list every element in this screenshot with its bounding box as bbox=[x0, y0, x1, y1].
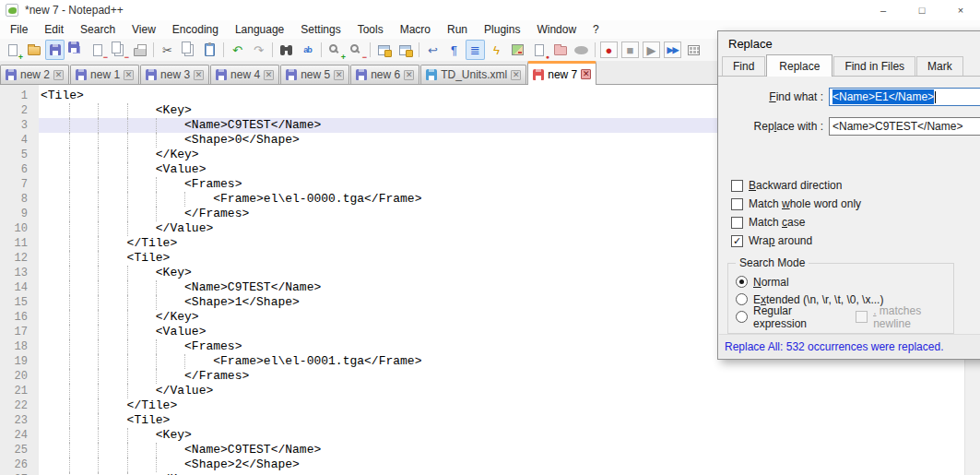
tab-close-icon[interactable]: ✕ bbox=[124, 70, 134, 80]
paste-button[interactable] bbox=[200, 40, 219, 60]
word-wrap-button[interactable]: ↩ bbox=[423, 40, 443, 60]
menu-item-window[interactable]: Window bbox=[528, 21, 584, 38]
macro-record-button[interactable]: ● bbox=[599, 40, 619, 60]
macro-stop-button[interactable]: ■ bbox=[620, 40, 640, 60]
radio-normal[interactable]: Normal bbox=[736, 273, 953, 291]
line-number-gutter[interactable]: 1234567891011121314151617181920212223242… bbox=[0, 85, 39, 475]
tab-new-4[interactable]: new 4✕ bbox=[210, 65, 279, 84]
show-indent-guide-button[interactable]: ≣ bbox=[466, 40, 485, 60]
tab-close-icon[interactable]: ✕ bbox=[194, 70, 204, 80]
macro-stop-icon: ■ bbox=[621, 42, 639, 58]
zoom-out-button[interactable]: − bbox=[347, 40, 366, 60]
close-file-button[interactable]: − bbox=[88, 40, 107, 60]
tab-new-5[interactable]: new 5✕ bbox=[280, 65, 349, 84]
tab-close-icon[interactable]: ✕ bbox=[404, 70, 414, 80]
dialog-tab-find[interactable]: Find bbox=[722, 56, 765, 76]
checkbox-match-whole-word-only[interactable]: Match whole word only bbox=[731, 195, 980, 213]
menu-item-macro[interactable]: Macro bbox=[392, 21, 439, 38]
indent-guide bbox=[98, 207, 99, 221]
indent-guide bbox=[69, 354, 70, 369]
indent-guide bbox=[184, 354, 185, 369]
tab-new-7[interactable]: new 7✕ bbox=[527, 61, 596, 85]
tab-save-state-icon bbox=[216, 69, 227, 80]
tab-new-3[interactable]: new 3✕ bbox=[140, 65, 209, 84]
dialog-tab-replace[interactable]: Replace bbox=[766, 54, 832, 77]
undo-button[interactable]: ↶ bbox=[228, 40, 247, 60]
menu-item-view[interactable]: View bbox=[124, 21, 164, 38]
line-number: 11 bbox=[0, 236, 39, 251]
menu-item-file[interactable]: File bbox=[2, 21, 36, 38]
indent-guide bbox=[69, 295, 70, 310]
tab-close-icon[interactable]: ✕ bbox=[511, 70, 521, 80]
folder-as-workspace-button[interactable] bbox=[550, 40, 570, 60]
indent-guide bbox=[69, 162, 70, 177]
user-defined-language-button[interactable]: ϟ bbox=[487, 40, 506, 60]
minimize-icon[interactable]: – bbox=[864, 0, 903, 20]
menu-item-encoding[interactable]: Encoding bbox=[164, 21, 227, 38]
macro-play-button[interactable]: ▶ bbox=[642, 40, 661, 60]
menu-item-run[interactable]: Run bbox=[439, 21, 476, 38]
menu-item-language[interactable]: Language bbox=[227, 21, 292, 38]
checkbox-match-case[interactable]: Match case bbox=[731, 213, 980, 232]
document-map-button[interactable] bbox=[508, 40, 527, 60]
sync-horizontal-scrolling-button[interactable] bbox=[396, 40, 415, 60]
dialog-tab-mark[interactable]: Mark bbox=[916, 56, 963, 76]
code-text: <Value> bbox=[41, 162, 206, 176]
undo-icon: ↶ bbox=[232, 44, 242, 56]
show-all-characters-button[interactable]: ¶ bbox=[444, 40, 464, 60]
close-icon[interactable]: × bbox=[941, 0, 980, 20]
save-file-button[interactable] bbox=[45, 40, 65, 60]
tab-new-1[interactable]: new 1✕ bbox=[70, 65, 139, 84]
menu-item-edit[interactable]: Edit bbox=[36, 21, 72, 38]
new-file-button[interactable]: + bbox=[3, 40, 22, 60]
tab-td-units-xml[interactable]: TD_Units.xml✕ bbox=[420, 65, 526, 84]
find-what-input[interactable]: <Name>E1</Name> bbox=[829, 88, 980, 106]
indent-guide bbox=[69, 443, 70, 457]
menu-item-tools[interactable]: Tools bbox=[349, 21, 392, 38]
replace-button[interactable]: ab bbox=[298, 40, 317, 60]
open-file-button[interactable] bbox=[24, 40, 43, 60]
show-indent-guide-icon: ≣ bbox=[470, 44, 480, 56]
code-text: </Key> bbox=[41, 148, 199, 161]
document-switcher-button[interactable]: ● bbox=[529, 40, 549, 60]
checkbox-wrap-around[interactable]: Wrap around bbox=[731, 232, 980, 250]
save-all-button[interactable] bbox=[66, 40, 86, 60]
tab-close-icon[interactable]: ✕ bbox=[264, 70, 274, 80]
indent-guide bbox=[98, 339, 99, 354]
copy-button[interactable] bbox=[179, 40, 198, 60]
radio-regular-expression[interactable]: Regular expression. matches newline bbox=[736, 308, 953, 326]
indent-guide bbox=[69, 118, 70, 133]
tab-save-state-icon bbox=[6, 69, 17, 80]
maximize-icon[interactable]: □ bbox=[903, 0, 941, 20]
print-button[interactable] bbox=[130, 40, 149, 60]
redo-button[interactable]: ↷ bbox=[249, 40, 268, 60]
tab-close-icon[interactable]: ✕ bbox=[53, 70, 64, 80]
monitoring-button[interactable] bbox=[572, 40, 591, 60]
tab-close-icon[interactable]: ✕ bbox=[334, 70, 344, 80]
line-number: 6 bbox=[0, 162, 39, 177]
tab-new-2[interactable]: new 2✕ bbox=[0, 65, 69, 84]
indent-guide bbox=[98, 177, 99, 192]
indent-guide bbox=[156, 295, 157, 310]
macro-save-button[interactable] bbox=[684, 40, 703, 60]
sync-vertical-scrolling-button[interactable] bbox=[374, 40, 394, 60]
tab-close-icon[interactable]: ✕ bbox=[581, 69, 591, 79]
tab-new-6[interactable]: new 6✕ bbox=[350, 65, 419, 84]
cut-button[interactable]: ✂ bbox=[158, 40, 177, 60]
menu-item-[interactable]: ? bbox=[584, 21, 608, 38]
zoom-in-button[interactable]: + bbox=[325, 40, 345, 60]
indent-guide bbox=[69, 236, 70, 251]
notepadpp-window: *new 7 - Notepad++ – □ × FileEditSearchV… bbox=[0, 0, 980, 475]
menu-item-plugins[interactable]: Plugins bbox=[476, 21, 528, 38]
dialog-tab-find-in-files[interactable]: Find in Files bbox=[833, 56, 915, 76]
menu-item-search[interactable]: Search bbox=[72, 21, 124, 38]
checkbox-label: Backward direction bbox=[749, 179, 842, 192]
indent-guide bbox=[98, 118, 99, 133]
find-button[interactable] bbox=[277, 40, 296, 60]
checkbox-backward-direction[interactable]: Backward direction bbox=[731, 176, 980, 195]
macro-run-multiple-button[interactable]: ▶▶ bbox=[663, 40, 682, 60]
tab-save-state-icon bbox=[76, 69, 87, 80]
replace-with-input[interactable]: <Name>C9TEST</Name> bbox=[829, 117, 980, 136]
close-all-button[interactable]: − bbox=[109, 40, 128, 60]
menu-item-settings[interactable]: Settings bbox=[292, 21, 348, 38]
